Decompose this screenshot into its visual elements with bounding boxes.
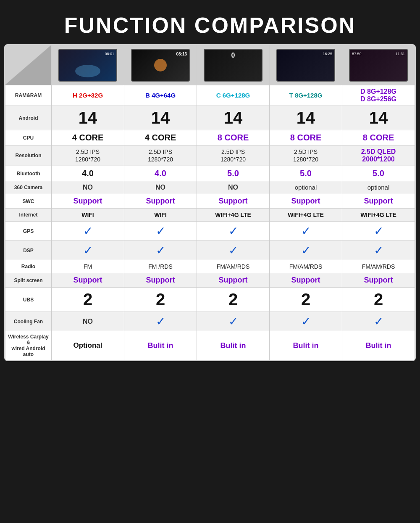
cell-12-2: 2 (197, 288, 270, 312)
cell-value-3-0: 2.5D IPS 1280*720 (75, 148, 100, 163)
cell-14-3: Bulit in (270, 331, 342, 360)
cell-12-1: 2 (124, 288, 197, 312)
feature-label-0: RAM&RAM (5, 85, 52, 106)
cell-value-9-2: ✓ (228, 244, 238, 257)
cell-14-1: Bulit in (124, 331, 197, 360)
cell-6-4: Support (342, 194, 415, 209)
cell-value-4-0: 4.0 (82, 169, 94, 178)
cell-3-2: 2.5D IPS 1280*720 (197, 145, 270, 166)
table-row: Resolution2.5D IPS 1280*7202.5D IPS 1280… (5, 145, 415, 166)
cell-0-0: H 2G+32G (52, 85, 124, 106)
cell-value-10-4: FM/AM/RDS (362, 263, 395, 270)
table-row: Cooling FanNO✓✓✓✓ (5, 312, 415, 331)
cell-7-4: WIFI+4G LTE (342, 209, 415, 222)
cell-8-3: ✓ (270, 222, 342, 241)
cell-value-12-4: 2 (374, 290, 383, 309)
cell-6-3: Support (270, 194, 342, 209)
cell-value-1-0: 14 (79, 108, 97, 127)
cell-value-1-2: 14 (224, 108, 243, 127)
cell-value-2-0: 4 CORE (72, 133, 103, 142)
cell-value-11-0: Support (74, 276, 102, 284)
cell-value-0-1: B 4G+64G (145, 92, 176, 99)
cell-5-3: optional (270, 181, 342, 194)
cell-value-2-1: 4 CORE (145, 133, 176, 142)
cell-10-3: FM/AM/RDS (270, 260, 342, 273)
cell-value-14-4: Bulit in (366, 341, 391, 350)
cell-1-0: 14 (52, 106, 124, 130)
cell-11-3: Support (270, 273, 342, 288)
corner-cell (5, 45, 52, 85)
cell-value-0-2: C 6G+128G (216, 92, 250, 99)
table-row: InternetWIFIWIFIWIFI+4G LTEWIFI+4G LTEWI… (5, 209, 415, 222)
cell-4-1: 4.0 (124, 166, 197, 181)
feature-label-14: Wireless Carplay & wired Android auto (5, 331, 52, 360)
cell-7-2: WIFI+4G LTE (197, 209, 270, 222)
cell-2-2: 8 CORE (197, 130, 270, 145)
feature-label-4: Bluetooth (5, 166, 52, 181)
cell-value-5-3: optional (295, 184, 317, 191)
cell-8-4: ✓ (342, 222, 415, 241)
cell-value-4-4: 5.0 (373, 169, 384, 178)
cell-value-7-4: WIFI+4G LTE (360, 211, 396, 218)
feature-label-2: CPU (5, 130, 52, 145)
cell-value-7-1: WIFI (154, 211, 167, 218)
cell-8-0: ✓ (52, 222, 124, 241)
cell-3-0: 2.5D IPS 1280*720 (52, 145, 124, 166)
table-row: Wireless Carplay & wired Android autoOpt… (5, 331, 415, 360)
table-row: 360 CameraNONONOoptionaloptional (5, 181, 415, 194)
cell-5-2: NO (197, 181, 270, 194)
feature-label-3: Resolution (5, 145, 52, 166)
feature-label-7: Internet (5, 209, 52, 222)
cell-value-8-4: ✓ (374, 225, 383, 238)
cell-value-4-1: 4.0 (155, 169, 166, 178)
cell-2-0: 4 CORE (52, 130, 124, 145)
feature-label-12: UBS (5, 288, 52, 312)
cell-value-9-4: ✓ (374, 244, 383, 257)
cell-1-2: 14 (197, 106, 270, 130)
cell-2-1: 4 CORE (124, 130, 197, 145)
page-wrapper: FUNCTION COMPARISON RAM&RAMH 2G+32GB 4G+… (0, 0, 420, 365)
feature-label-8: GPS (5, 222, 52, 241)
product-image-T (270, 45, 342, 85)
cell-0-4: D 8G+128G D 8G+256G (342, 85, 415, 106)
cell-5-4: optional (342, 181, 415, 194)
cell-11-0: Support (52, 273, 124, 288)
cell-4-3: 5.0 (270, 166, 342, 181)
cell-value-6-1: Support (146, 197, 175, 205)
cell-13-2: ✓ (197, 312, 270, 331)
table-row: Bluetooth4.04.05.05.05.0 (5, 166, 415, 181)
cell-value-9-1: ✓ (156, 244, 165, 257)
cell-10-0: FM (52, 260, 124, 273)
cell-value-3-1: 2.5D IPS 1280*720 (148, 148, 173, 163)
comparison-table-container: RAM&RAMH 2G+32GB 4G+64GC 6G+128GT 8G+128… (4, 44, 416, 361)
cell-value-13-1: ✓ (156, 315, 165, 328)
cell-0-2: C 6G+128G (197, 85, 270, 106)
feature-label-10: Radio (5, 260, 52, 273)
product-image-D (342, 45, 415, 85)
cell-value-10-2: FM/AM/RDS (217, 263, 250, 270)
cell-value-6-3: Support (291, 197, 320, 205)
cell-value-4-3: 5.0 (300, 169, 312, 178)
cell-value-14-0: Optional (74, 341, 102, 349)
cell-value-8-0: ✓ (83, 225, 93, 238)
cell-12-3: 2 (270, 288, 342, 312)
cell-value-10-1: FM /RDS (148, 263, 173, 270)
cell-7-3: WIFI+4G LTE (270, 209, 342, 222)
cell-14-0: Optional (52, 331, 124, 360)
cell-9-4: ✓ (342, 241, 415, 260)
cell-11-4: Support (342, 273, 415, 288)
cell-8-2: ✓ (197, 222, 270, 241)
cell-value-2-4: 8 CORE (363, 133, 394, 142)
cell-value-13-2: ✓ (228, 315, 238, 328)
cell-value-14-3: Bulit in (293, 341, 319, 350)
feature-label-1: Android (5, 106, 52, 130)
cell-10-1: FM /RDS (124, 260, 197, 273)
cell-value-0-4: D 8G+128G D 8G+256G (360, 88, 396, 103)
cell-9-1: ✓ (124, 241, 197, 260)
cell-value-6-4: Support (364, 197, 393, 205)
cell-value-5-4: optional (368, 184, 390, 191)
cell-13-0: NO (52, 312, 124, 331)
cell-6-0: Support (52, 194, 124, 209)
cell-11-2: Support (197, 273, 270, 288)
feature-label-6: SWC (5, 194, 52, 209)
